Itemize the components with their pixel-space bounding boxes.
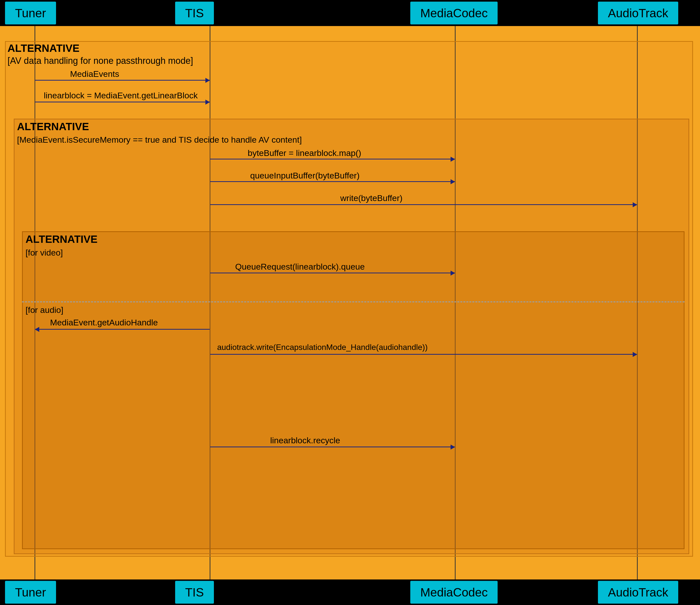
actor-tis-header: TIS [175, 2, 214, 25]
arrow-getaudiohandle [35, 329, 210, 330]
diagram-container: Tuner TIS MediaCodec AudioTrack ALTERNAT… [0, 0, 700, 605]
arrow-queuerequest [210, 272, 455, 273]
label-linearblock-recycle: linearblock.recycle [270, 436, 340, 445]
arrow-getlinearblock [35, 102, 210, 102]
arrow-write-bytebuffer [210, 204, 637, 205]
main-area: ALTERNATIVE [AV data handling for none p… [0, 26, 700, 579]
label-getaudiohandle: MediaEvent.getAudioHandle [50, 318, 158, 328]
actor-mediacodec-header: MediaCodec [410, 2, 498, 25]
alt-condition-audio: [for audio] [26, 305, 63, 315]
label-getlinearblock: linearblock = MediaEvent.getLinearBlock [44, 91, 198, 100]
label-linearblock-map: byteBuffer = linearblock.map() [248, 148, 361, 158]
alt-frame-inner [22, 231, 684, 549]
footer-bar: Tuner TIS MediaCodec AudioTrack [0, 579, 700, 605]
arrow-audiotrack-write [210, 354, 637, 355]
label-queuerequest: QueueRequest(linearblock).queue [235, 262, 365, 272]
arrow-queueinputbuffer [210, 181, 455, 182]
actor-tis-footer: TIS [175, 581, 214, 604]
alt-label-middle: ALTERNATIVE [17, 121, 89, 133]
label-write-bytebuffer: write(byteBuffer) [340, 193, 403, 203]
alt-condition-outer: [AV data handling for none passthrough m… [7, 55, 193, 66]
label-mediaevents: MediaEvents [70, 69, 119, 79]
actor-audiotrack-footer: AudioTrack [598, 581, 678, 604]
arrow-linearblock-recycle [210, 446, 455, 447]
actor-mediacodec-footer: MediaCodec [410, 581, 498, 604]
actor-audiotrack-header: AudioTrack [598, 2, 678, 25]
label-queueinputbuffer: queueInputBuffer(byteBuffer) [250, 171, 359, 180]
alt-condition-middle: [MediaEvent.isSecureMemory == true and T… [17, 135, 302, 145]
dashed-divider [22, 301, 684, 302]
arrow-linearblock-map [210, 159, 455, 160]
alt-condition-video: [for video] [26, 248, 63, 258]
alt-label-outer: ALTERNATIVE [7, 42, 79, 54]
label-audiotrack-write: audiotrack.write(EncapsulationMode_Handl… [217, 343, 428, 352]
alt-label-inner: ALTERNATIVE [26, 233, 98, 245]
actor-tuner-header: Tuner [5, 2, 56, 25]
actor-tuner-footer: Tuner [5, 581, 56, 604]
header-bar: Tuner TIS MediaCodec AudioTrack [0, 0, 700, 26]
arrow-mediaevents [35, 80, 210, 80]
